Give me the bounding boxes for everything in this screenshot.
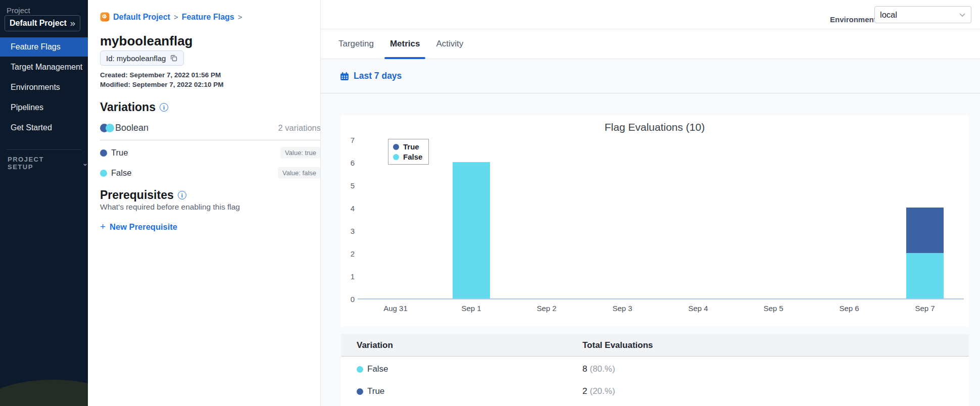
legend-label: True <box>403 142 419 151</box>
true-color-dot <box>357 388 363 395</box>
sidebar-item-feature-flags[interactable]: Feature Flags <box>0 37 88 57</box>
chart-title: Flag Evaluations (10) <box>340 121 969 133</box>
app-logo-icon <box>100 12 110 22</box>
table-row: True 2 (20.%) <box>341 380 969 402</box>
chevron-down-icon: ⌄ <box>82 160 88 167</box>
x-label: Sep 4 <box>670 304 726 313</box>
column-header-variation: Variation <box>341 340 582 350</box>
variation-row-true: True Value: true <box>100 147 321 159</box>
sidebar-item-pipelines[interactable]: Pipelines <box>0 98 88 117</box>
sidebar-item-target-management[interactable]: Target Management <box>0 58 88 77</box>
breadcrumb-separator: > <box>174 13 178 21</box>
x-label: Aug 31 <box>368 304 423 313</box>
environment-label: Environment <box>830 15 876 24</box>
prerequisites-subtitle: What's required before enabling this fla… <box>100 202 240 212</box>
prerequisites-heading: Prerequisites <box>100 188 186 202</box>
percent-cell: (20.%) <box>590 386 615 396</box>
project-name: Default Project <box>10 19 68 28</box>
project-setup-label: PROJECT SETUP <box>8 156 71 171</box>
environment-select[interactable]: local <box>874 6 971 23</box>
expand-sidebar-icon[interactable]: » <box>70 18 75 29</box>
column-header-total: Total Evaluations <box>582 340 653 350</box>
metrics-panel: Environment local Targeting Metrics Acti… <box>320 0 980 406</box>
x-label: Sep 1 <box>444 304 499 313</box>
sidebar-item-environments[interactable]: Environments <box>0 78 88 97</box>
sidebar-item-get-started[interactable]: Get Started <box>0 118 88 137</box>
breadcrumb-separator: > <box>238 13 242 21</box>
flag-title: mybooleanflag <box>100 33 192 49</box>
divider <box>100 140 321 140</box>
y-tick: 0 <box>341 295 355 303</box>
environment-value: local <box>880 10 959 20</box>
total-cell: 8 <box>582 364 587 374</box>
false-color-dot <box>100 170 107 177</box>
date-range-button[interactable]: Last 7 days <box>340 71 402 81</box>
variation-type-row: Boolean 2 variations <box>100 123 321 133</box>
sidebar-decoration <box>0 380 88 406</box>
y-tick: 5 <box>341 181 355 190</box>
flag-id-text: Id: mybooleanflag <box>106 54 166 63</box>
evaluations-summary-table: Variation Total Evaluations False 8 (80.… <box>341 334 969 406</box>
false-color-dot <box>357 366 363 373</box>
variation-cell: True <box>367 386 384 396</box>
x-label: Sep 3 <box>595 304 650 313</box>
y-tick: 7 <box>341 136 355 144</box>
tab-activity[interactable]: Activity <box>430 29 469 59</box>
true-color-dot <box>393 144 399 150</box>
variation-name: True <box>111 148 128 158</box>
table-header-row: Variation Total Evaluations <box>341 334 969 357</box>
flag-detail-panel: Default Project > Feature Flags > mybool… <box>88 0 320 406</box>
variation-cell: False <box>367 364 388 374</box>
variation-value-badge: Value: true <box>280 147 321 159</box>
sidebar: Project Default Project » Feature Flags … <box>0 0 88 406</box>
bar-segment-false-sep-1 <box>453 162 490 298</box>
bar-segment-true-sep-7 <box>906 208 944 253</box>
legend-label: False <box>403 153 422 161</box>
variation-row-false: False Value: false <box>100 167 321 179</box>
info-icon[interactable] <box>160 103 168 112</box>
y-tick: 1 <box>341 272 355 281</box>
x-label: Sep 2 <box>519 304 574 313</box>
percent-cell: (80.%) <box>590 364 615 374</box>
table-row: False 8 (80.%) <box>341 358 969 380</box>
variation-name: False <box>111 168 131 178</box>
project-setup-toggle[interactable]: PROJECT SETUP ⌄ <box>8 156 88 171</box>
filter-bar: Last 7 days <box>321 59 980 93</box>
variation-type-label: Boolean <box>115 123 149 133</box>
x-axis-line <box>358 298 964 299</box>
y-tick: 6 <box>341 159 355 167</box>
y-tick: 2 <box>341 249 355 258</box>
x-label: Sep 7 <box>897 304 953 313</box>
legend-item-true: True <box>393 142 422 151</box>
chevron-down-icon <box>959 13 966 17</box>
tab-metrics[interactable]: Metrics <box>384 29 426 59</box>
breadcrumb: Default Project > Feature Flags > <box>100 12 242 22</box>
project-selector[interactable]: Default Project » <box>5 15 80 31</box>
environment-header: Environment local <box>321 0 980 29</box>
tab-targeting[interactable]: Targeting <box>333 29 379 59</box>
legend-item-false: False <box>393 153 422 161</box>
tab-bar: Targeting Metrics Activity <box>321 29 980 59</box>
new-prerequisite-button[interactable]: + New Prerequisite <box>100 221 177 232</box>
copy-icon[interactable] <box>170 54 178 62</box>
chart-legend: True False <box>388 139 429 165</box>
modified-timestamp: Modified: September 7, 2022 02:10 PM <box>100 81 224 88</box>
variation-count: 2 variations <box>278 123 321 133</box>
y-tick: 4 <box>341 204 355 213</box>
plus-icon: + <box>100 221 106 232</box>
breadcrumb-project-link[interactable]: Default Project <box>113 13 170 22</box>
variations-heading-text: Variations <box>100 100 156 114</box>
boolean-type-icon <box>100 124 115 132</box>
info-icon[interactable] <box>178 191 186 199</box>
y-tick: 3 <box>341 227 355 235</box>
flag-id-badge[interactable]: Id: mybooleanflag <box>100 50 184 66</box>
bar-segment-false-sep-7 <box>906 253 944 298</box>
date-range-label: Last 7 days <box>354 71 402 81</box>
calendar-icon <box>340 72 349 81</box>
new-prerequisite-label: New Prerequisite <box>110 222 177 232</box>
total-cell: 2 <box>582 386 587 396</box>
x-label: Sep 6 <box>821 304 877 313</box>
created-timestamp: Created: September 7, 2022 01:56 PM <box>100 71 221 79</box>
breadcrumb-feature-flags-link[interactable]: Feature Flags <box>182 13 234 22</box>
prerequisites-heading-text: Prerequisites <box>100 188 174 202</box>
